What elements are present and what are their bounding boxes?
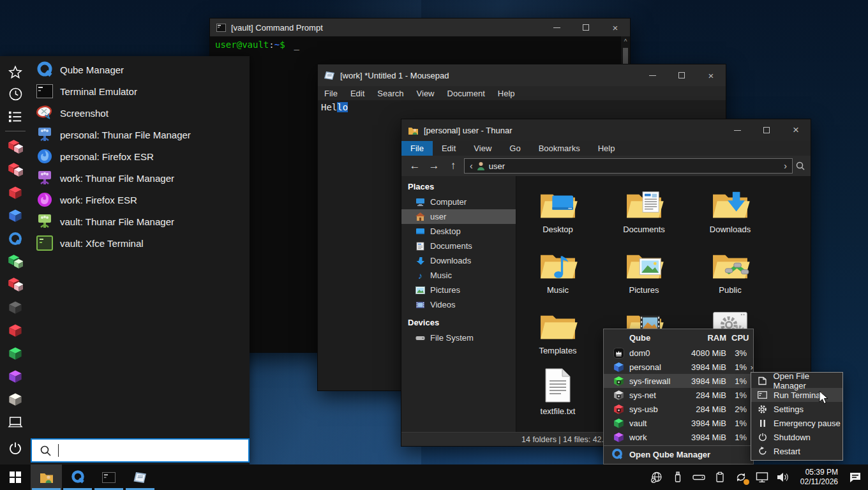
clock[interactable]: 05:39 PM 02/11/2026 (797, 468, 842, 487)
mousepad-minimize-button[interactable] (638, 64, 667, 86)
file-item-documents[interactable]: Documents (605, 183, 683, 234)
menu-item-qube-manager[interactable]: Qube Manager (31, 59, 250, 80)
path-expand-icon[interactable]: › (784, 161, 787, 171)
file-item-desktop[interactable]: Desktop (519, 183, 597, 234)
qube-row-work[interactable]: work 3984 MiB 1% › (604, 430, 753, 444)
scrollbar-thumb[interactable] (623, 48, 628, 64)
recent-clock-icon[interactable] (8, 86, 23, 101)
qube-row-personal[interactable]: personal 3984 MiB 1% › (604, 360, 753, 374)
network-offline-icon[interactable] (649, 470, 664, 485)
personal-submenu-chevron[interactable]: › (747, 362, 757, 372)
thunar-menu-go[interactable]: Go (500, 141, 529, 156)
taskbar-app-mousepad[interactable] (124, 464, 156, 490)
thunar-menu-bookmarks[interactable]: Bookmarks (530, 141, 589, 156)
sidebar-item-file-system[interactable]: File System (401, 330, 516, 345)
menu-item-personal-thunar[interactable]: personal: Thunar File Manager (31, 124, 250, 145)
thunar-menu-help[interactable]: Help (589, 141, 624, 156)
rail-qubes-logo-icon[interactable] (8, 231, 23, 246)
menu-item-screenshot[interactable]: Screenshot (31, 102, 250, 124)
rail-qube-red-2-icon[interactable] (8, 323, 23, 338)
scroll-up-icon[interactable]: ^ (624, 38, 627, 45)
menu-item-personal-firefox[interactable]: personal: Firefox ESR (31, 145, 250, 167)
terminal-maximize-button[interactable] (571, 19, 601, 36)
up-icon[interactable]: ↑ (445, 160, 461, 172)
rail-qube-red-pink-pair-icon[interactable] (8, 277, 23, 292)
mousepad-menu-help[interactable]: Help (491, 87, 521, 100)
path-bar[interactable]: ‹ user › (464, 158, 793, 174)
menu-item-vault-thunar[interactable]: vault: Thunar File Manager (31, 211, 250, 232)
start-button[interactable] (0, 464, 31, 490)
menu-item-vault-terminal[interactable]: vault: Xfce Terminal (31, 232, 250, 254)
sidebar-item-desktop[interactable]: Desktop (401, 224, 516, 239)
mousepad-titlebar[interactable]: [work] *Untitled 1 - Mousepad × (318, 64, 726, 86)
menu-item-work-firefox[interactable]: work: Firefox ESR (31, 189, 250, 211)
sidebar-item-videos[interactable]: Videos (401, 297, 516, 312)
taskbar-app-terminal[interactable] (93, 464, 124, 490)
block-device-icon[interactable] (691, 470, 707, 485)
thunar-menu-view[interactable]: View (465, 141, 500, 156)
file-item-public[interactable]: Public (691, 244, 769, 295)
clipboard-icon[interactable] (712, 470, 728, 485)
sidebar-item-user[interactable]: user (401, 209, 516, 224)
terminal-close-button[interactable]: × (601, 19, 630, 36)
display-icon[interactable] (754, 470, 770, 485)
taskbar-app-thunar[interactable] (31, 464, 62, 490)
back-icon[interactable]: ← (407, 160, 423, 172)
rail-qube-purple-icon[interactable] (8, 369, 23, 384)
menu-item-terminal-emulator[interactable]: Terminal Emulator (31, 80, 250, 102)
mousepad-menu-document[interactable]: Document (441, 87, 491, 100)
thunar-close-button[interactable]: × (781, 119, 811, 141)
favorites-star-icon[interactable] (8, 64, 23, 80)
file-item-music[interactable]: Music (519, 244, 597, 295)
open-qube-manager-button[interactable]: Open Qube Manager (604, 445, 753, 463)
qube-row-dom0[interactable]: dom0 4080 MiB 3% (604, 346, 753, 360)
rail-qube-gray-icon[interactable] (8, 392, 23, 407)
qube-row-sys-net[interactable]: sys-net 284 MiB 1% › (604, 388, 753, 402)
mousepad-menu-view[interactable]: View (410, 87, 441, 100)
rail-qube-red-pair-2-icon[interactable] (8, 162, 23, 177)
usb-device-icon[interactable] (670, 470, 685, 485)
taskbar-app-qube-manager[interactable] (62, 464, 93, 490)
rail-qube-green-pair-icon[interactable] (8, 254, 23, 269)
path-collapse-icon[interactable]: ‹ (470, 161, 473, 171)
sidebar-item-downloads[interactable]: Downloads (401, 253, 516, 268)
mousepad-menu-file[interactable]: File (318, 87, 344, 100)
all-applications-list-icon[interactable] (8, 109, 23, 124)
file-item-templates[interactable]: Templates (519, 304, 597, 355)
context-emergency-pause[interactable]: Emergency pause (751, 416, 842, 430)
rail-qube-red-icon[interactable] (8, 185, 23, 200)
menu-search-input[interactable] (31, 438, 250, 463)
qube-row-sys-usb[interactable]: sys-usb 284 MiB 2% › (604, 402, 753, 416)
mousepad-close-button[interactable]: × (696, 64, 726, 86)
thunar-titlebar[interactable]: [personal] user - Thunar × (401, 119, 811, 141)
rail-qube-red-pair-icon[interactable] (8, 139, 23, 154)
menu-power-icon[interactable] (8, 441, 23, 456)
rail-qube-blue-icon[interactable] (8, 208, 23, 223)
thunar-menu-edit[interactable]: Edit (433, 141, 465, 156)
mousepad-menu-edit[interactable]: Edit (344, 87, 371, 100)
qubes-update-icon[interactable] (733, 470, 749, 485)
rail-qube-green-icon[interactable] (8, 346, 23, 361)
path-segment-user[interactable]: user (489, 161, 505, 171)
notifications-icon[interactable] (848, 470, 863, 485)
terminal-minimize-button[interactable] (542, 19, 571, 36)
mousepad-menu-search[interactable]: Search (371, 87, 410, 100)
qube-row-vault[interactable]: vault 3984 MiB 1% › (604, 416, 753, 430)
terminal-titlebar[interactable]: [vault] Command Prompt × (210, 19, 630, 36)
file-item-pictures[interactable]: Pictures (605, 244, 683, 295)
file-item-textfile[interactable]: textfile.txt (519, 365, 597, 416)
search-icon[interactable] (795, 161, 805, 171)
qube-row-sys-firewall[interactable]: sys-firewall 3984 MiB 1% › (604, 374, 753, 388)
context-open-file-manager[interactable]: Open File Manager (751, 374, 842, 388)
rail-qube-dark-gray-icon[interactable] (8, 300, 23, 315)
sidebar-item-music[interactable]: ♪ Music (401, 268, 516, 283)
sidebar-item-computer[interactable]: Computer (401, 195, 516, 209)
forward-icon[interactable]: → (426, 160, 442, 172)
mousepad-maximize-button[interactable] (667, 64, 696, 86)
thunar-minimize-button[interactable] (722, 119, 752, 141)
rail-dom0-laptop-icon[interactable] (8, 415, 23, 430)
thunar-menu-file[interactable]: File (401, 141, 433, 156)
sidebar-item-pictures[interactable]: Pictures (401, 283, 516, 297)
thunar-maximize-button[interactable] (752, 119, 781, 141)
context-restart[interactable]: Restart (751, 444, 842, 458)
